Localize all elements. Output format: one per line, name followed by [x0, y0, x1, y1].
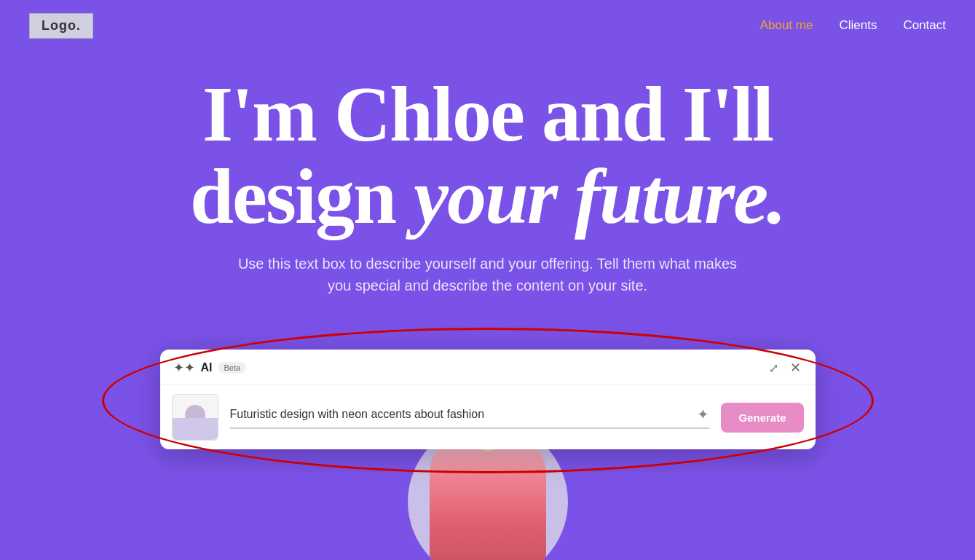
minimize-button[interactable]: ⤢: [767, 360, 780, 376]
generate-button[interactable]: Generate: [721, 403, 803, 433]
sparkle-icon: ✦✦: [173, 360, 195, 376]
nav-links: About me Clients Contact: [760, 18, 946, 33]
logo: Logo.: [29, 13, 93, 39]
hero-title-line2-italic: your future.: [414, 153, 785, 240]
person-silhouette: [430, 436, 546, 560]
ai-widget-header: ✦✦ AI Beta ⤢ ✕: [160, 350, 816, 385]
ai-widget-wrapper: ✦✦ AI Beta ⤢ ✕ ✦ Generate: [160, 350, 816, 449]
wand-icon: ✦: [697, 406, 709, 423]
thumbnail-preview: [172, 394, 218, 441]
hero-title-line2-normal: design: [190, 153, 414, 240]
close-button[interactable]: ✕: [789, 358, 802, 377]
hero-section: I'm Chloe and I'll design your future. U…: [0, 51, 975, 296]
navigation: Logo. About me Clients Contact: [0, 0, 975, 51]
text-input-area: ✦: [230, 406, 710, 429]
ai-prompt-input[interactable]: [230, 408, 692, 421]
close-icon: ✕: [790, 360, 801, 376]
hero-subtitle: Use this text box to describe yourself a…: [233, 253, 743, 296]
ai-widget-body: ✦ Generate: [160, 385, 816, 449]
nav-clients[interactable]: Clients: [839, 18, 877, 32]
nav-about-me[interactable]: About me: [760, 18, 813, 32]
nav-contact[interactable]: Contact: [903, 18, 946, 32]
ai-widget-title: ✦✦ AI Beta: [173, 360, 247, 376]
ai-widget-controls: ⤢ ✕: [767, 358, 802, 377]
ai-widget: ✦✦ AI Beta ⤢ ✕ ✦ Generate: [160, 350, 816, 449]
hero-title-line1: I'm Chloe and I'll: [202, 71, 773, 157]
minimize-icon: ⤢: [769, 361, 778, 375]
ai-label: AI: [201, 361, 213, 374]
hero-title: I'm Chloe and I'll design your future.: [58, 73, 917, 238]
thumbnail-face: [185, 405, 205, 425]
beta-badge: Beta: [218, 362, 247, 374]
